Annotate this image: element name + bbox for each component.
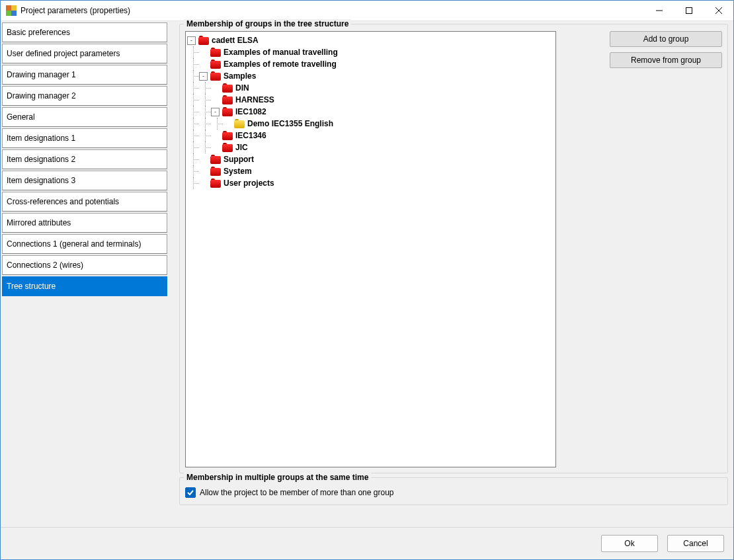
window-title: Project parameters (properties) — [20, 6, 644, 15]
tree-row[interactable]: JIC — [187, 141, 554, 153]
dialog-project-parameters: Project parameters (properties) Basic pr… — [0, 0, 734, 560]
tree-label: DIN — [235, 83, 249, 93]
tree-row[interactable]: Support — [187, 153, 554, 165]
tree-row[interactable]: DIN — [187, 82, 554, 94]
tree-row[interactable]: System — [187, 165, 554, 177]
tree-label: User projects — [224, 179, 274, 188]
tree-row[interactable]: Demo IEC1355 English — [187, 118, 554, 130]
group-tree-membership: Membership of groups in the tree structu… — [179, 24, 728, 473]
tree-label: IEC1346 — [235, 131, 266, 140]
close-button[interactable] — [704, 1, 733, 20]
allow-multi-label: Allow the project to be member of more t… — [200, 488, 394, 497]
tree-label: HARNESS — [235, 95, 274, 104]
sidebar-item[interactable]: General — [2, 107, 167, 127]
maximize-button[interactable] — [674, 1, 704, 20]
category-list: Basic preferencesUser defined project pa… — [1, 21, 169, 527]
collapse-icon[interactable]: - — [199, 72, 208, 81]
group-tree-title: Membership of groups in the tree structu… — [184, 19, 351, 28]
sidebar-item[interactable]: User defined project parameters — [2, 44, 167, 63]
main-panel: Membership of groups in the tree structu… — [169, 21, 733, 527]
ok-button[interactable]: Ok — [601, 535, 658, 552]
add-to-group-button[interactable]: Add to group — [610, 31, 722, 47]
group-tree[interactable]: -cadett ELSAExamples of manual travellin… — [185, 31, 556, 467]
folder-icon — [222, 143, 233, 152]
tree-action-buttons: Add to group Remove from group — [556, 31, 722, 73]
tree-label: IEC1082 — [235, 107, 266, 116]
folder-icon — [210, 48, 221, 57]
collapse-icon[interactable]: - — [187, 36, 196, 45]
collapse-icon[interactable]: - — [211, 108, 220, 116]
client-area: Basic preferencesUser defined project pa… — [1, 21, 733, 559]
tree-label: Support — [224, 155, 254, 164]
sidebar-item[interactable]: Cross-references and potentials — [2, 192, 167, 212]
folder-icon — [198, 36, 209, 45]
sidebar-item[interactable]: Connections 1 (general and terminals) — [2, 234, 167, 254]
tree-row[interactable]: Examples of manual travelling — [187, 46, 554, 58]
tree-label: System — [224, 167, 252, 176]
folder-icon — [222, 107, 233, 116]
app-icon — [6, 5, 17, 16]
minimize-button[interactable] — [644, 1, 674, 20]
allow-multi-checkbox[interactable] — [185, 487, 196, 498]
folder-icon — [222, 83, 233, 93]
tree-row[interactable]: -cadett ELSA — [187, 34, 554, 46]
tree-label: Examples of remote travelling — [224, 60, 337, 69]
tree-row[interactable]: Examples of remote travelling — [187, 58, 554, 70]
tree-row[interactable]: User projects — [187, 177, 554, 189]
tree-label: Samples — [224, 71, 256, 81]
sidebar-item[interactable]: Item designations 1 — [2, 128, 167, 148]
tree-label: Examples of manual travelling — [224, 48, 338, 57]
window-buttons — [644, 1, 733, 20]
tree-label: cadett ELSA — [212, 36, 259, 45]
group-multi-title: Membership in multiple groups at the sam… — [184, 473, 371, 482]
folder-icon — [210, 179, 221, 188]
folder-icon — [222, 131, 233, 140]
tree-area: -cadett ELSAExamples of manual travellin… — [185, 31, 722, 467]
folder-icon — [210, 167, 221, 176]
upper-area: Basic preferencesUser defined project pa… — [1, 21, 733, 527]
tree-row[interactable]: -Samples — [187, 70, 554, 82]
svg-rect-1 — [686, 8, 692, 14]
remove-from-group-button[interactable]: Remove from group — [610, 52, 722, 68]
tree-row[interactable]: IEC1346 — [187, 130, 554, 141]
tree-row[interactable]: -IEC1082 — [187, 106, 554, 118]
cancel-button[interactable]: Cancel — [667, 535, 724, 552]
group-multi-membership: Membership in multiple groups at the sam… — [179, 477, 728, 505]
sidebar-item[interactable]: Drawing manager 1 — [2, 65, 167, 85]
sidebar-item[interactable]: Item designations 3 — [2, 171, 167, 190]
sidebar-item[interactable]: Mirrored attributes — [2, 213, 167, 233]
sidebar-item[interactable]: Connections 2 (wires) — [2, 255, 167, 275]
tree-label: Demo IEC1355 English — [247, 119, 333, 128]
folder-icon — [222, 95, 233, 104]
folder-icon — [234, 119, 245, 128]
tree-row[interactable]: HARNESS — [187, 94, 554, 106]
sidebar-item[interactable]: Basic preferences — [2, 22, 167, 42]
folder-icon — [210, 155, 221, 164]
folder-icon — [210, 71, 221, 81]
sidebar-item[interactable]: Item designations 2 — [2, 149, 167, 169]
tree-label: JIC — [235, 143, 248, 152]
allow-multi-row: Allow the project to be member of more t… — [185, 487, 722, 498]
folder-icon — [210, 60, 221, 69]
title-bar: Project parameters (properties) — [1, 1, 733, 21]
dialog-footer: Ok Cancel — [1, 527, 733, 559]
sidebar-item[interactable]: Tree structure — [2, 276, 167, 296]
sidebar-item[interactable]: Drawing manager 2 — [2, 86, 167, 106]
